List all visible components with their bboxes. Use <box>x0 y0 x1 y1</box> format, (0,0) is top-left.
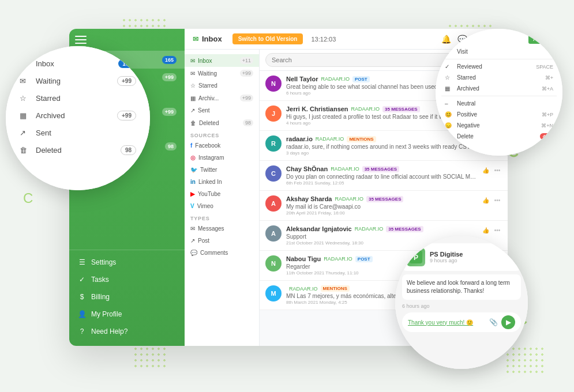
folder-item-inbox[interactable]: ✉ Inbox +11 <box>185 54 259 67</box>
msg-source-6: RADAAR.IO <box>355 226 384 232</box>
source-label-instagram: Instagram <box>198 154 224 161</box>
msg-source-2: RADAAR.IO <box>351 106 380 112</box>
msg-name-7: Nabou Tigu <box>286 255 321 262</box>
cl-badge-waiting: +99 <box>117 76 136 86</box>
msg-type-5: 35 MESSAGES <box>366 196 403 202</box>
actions-button[interactable]: Actions <box>528 35 557 44</box>
msg-text-4: Do you plan on connecting radaar to line… <box>286 174 477 180</box>
hamburger-icon[interactable] <box>75 36 87 44</box>
cl-item-deleted[interactable]: 🗑 Deleted 98 <box>17 141 138 159</box>
folder-label-inbox: Inbox <box>198 58 212 64</box>
chat-contact-info: PS Digitise 9 hours ago <box>430 251 463 263</box>
folder-item-archiv[interactable]: ▦ Archiv... +99 <box>185 92 259 104</box>
cr-item-visit[interactable]: ↗ Visit <box>441 46 557 57</box>
chat-send-button[interactable]: ▶ <box>501 315 515 329</box>
msg-header-3: radaar.io RADAAR.IO MENTIONS <box>286 135 477 142</box>
cl-badge-deleted: 98 <box>121 145 136 155</box>
folder-item-waiting[interactable]: ✉ Waiting +99 <box>185 67 259 80</box>
folder-count-deleted: 98 <box>243 119 253 126</box>
facebook-source-icon: f <box>190 142 192 149</box>
cl-item-waiting[interactable]: ✉ Waiting +99 <box>17 72 138 90</box>
cr-item-reviewed[interactable]: ✓ Reviewed SPACE <box>441 61 557 72</box>
msg-thumbs-up-5[interactable]: 👍 <box>481 195 490 205</box>
source-item-twitter[interactable]: 🐦 Twitter <box>185 164 259 176</box>
msg-header-4: Chay ShÖnan RADAAR.IO 35 MESSAGES <box>286 165 477 172</box>
sidebar-bottom-item-tasks[interactable]: ✓ Tasks <box>69 271 185 288</box>
source-item-vimeo[interactable]: V Vimeo <box>185 200 259 212</box>
cl-item-sent[interactable]: ↗ Sent <box>17 125 138 141</box>
cr-label-starred: Starred <box>457 74 545 81</box>
folder-item-deleted[interactable]: 🗑 Deleted 98 <box>185 116 259 129</box>
attach-icon[interactable]: 📎 <box>489 318 498 326</box>
post-type-icon: ↗ <box>190 238 195 244</box>
starred-cl-icon: ☆ <box>20 94 30 103</box>
source-item-instagram[interactable]: ◎ Instagram <box>185 152 259 164</box>
type-item-messages[interactable]: ✉ Messages <box>185 223 259 235</box>
sidebar-bottom-item-profile[interactable]: 👤 My Profile <box>69 306 185 323</box>
circle-right-items: ↗ Visit ✓ Reviewed SPACE ☆ Starred ⌘+ ▦ … <box>441 46 557 142</box>
type-item-comments[interactable]: 💬 Comments <box>185 247 259 259</box>
cr-item-archived[interactable]: ▦ Archived ⌘+A <box>441 83 557 94</box>
cl-label-sent: Sent <box>36 129 136 137</box>
msg-more-4[interactable]: ••• <box>493 165 502 175</box>
sidebar-bottom-item-settings[interactable]: ☰ Settings <box>69 254 185 271</box>
cr-item-neutral[interactable]: – Neutral <box>441 98 557 109</box>
msg-text-5: My mail id is Care@waapi.co <box>286 203 477 210</box>
decorative-dots-bl <box>133 346 167 369</box>
cr-label-neutral: Neutral <box>457 100 553 107</box>
msg-type-1: POST <box>352 76 370 82</box>
folder-item-sent[interactable]: ↗ Sent <box>185 104 259 116</box>
msg-more-6[interactable]: ••• <box>493 225 502 235</box>
cr-item-negative[interactable]: 😞 Negative ⌘+N <box>441 120 557 131</box>
title-text: Inbox <box>202 35 222 43</box>
sidebar-bottom: ☰ Settings ✓ Tasks $ Billing 👤 My Profil… <box>69 246 185 346</box>
cr-label-delete: Delete <box>457 133 540 140</box>
circle-right-overlay: Actions ↗ Visit ✓ Reviewed SPACE ☆ Starr… <box>436 29 562 156</box>
msg-thumbs-up-4[interactable]: 👍 <box>481 165 490 175</box>
cl-item-archived[interactable]: ▦ Archived +99 <box>17 107 138 125</box>
source-item-youtube[interactable]: ▶ YouTube <box>185 188 259 200</box>
cr-shortcut-positive: ⌘+P <box>542 112 553 118</box>
msg-thumbs-up-6[interactable]: 👍 <box>481 225 490 235</box>
msg-type-7: POST <box>355 256 373 262</box>
source-item-facebook[interactable]: f Facebook <box>185 140 259 152</box>
source-label-facebook: Facebook <box>195 142 220 149</box>
type-item-post[interactable]: ↗ Post <box>185 235 259 247</box>
sidebar-bottom-item-billing[interactable]: $ Billing <box>69 288 185 306</box>
profile-bottom-icon: 👤 <box>77 310 87 319</box>
comments-type-icon: 💬 <box>190 250 197 256</box>
msg-name-5: Akshay Sharda <box>286 195 332 202</box>
folder-item-starred[interactable]: ☆ Starred <box>185 80 259 92</box>
message-item-5[interactable]: A Akshay Sharda RADAAR.IO 35 MESSAGES My… <box>260 191 508 221</box>
cl-item-starred[interactable]: ☆ Starred <box>17 90 138 107</box>
switch-version-button[interactable]: Switch to Old Version <box>232 33 303 44</box>
msg-type-2: 35 MESSAGES <box>382 106 419 112</box>
avatar-6: A <box>265 225 282 242</box>
msg-content-4: Chay ShÖnan RADAAR.IO 35 MESSAGES Do you… <box>286 165 477 186</box>
inbox-cl-icon: ✉ <box>20 59 30 68</box>
msg-type-4: 35 MESSAGES <box>362 166 399 172</box>
circle-left-items: ✉ Inbox 165 ✉ Waiting +99 ☆ Starred ▦ Ar… <box>17 55 138 159</box>
msg-type-8: MENTIONS <box>321 285 350 292</box>
msg-header-6: Aleksandar Ignjatovic RADAAR.IO 35 MESSA… <box>286 225 477 232</box>
reviewed-cr-icon: ✓ <box>445 63 453 70</box>
sent-cl-icon: ↗ <box>20 129 30 137</box>
page-title: ✉ Inbox <box>193 35 222 43</box>
sidebar-bottom-label-tasks: Tasks <box>91 276 177 284</box>
notification-icon[interactable]: 🔔 <box>441 34 451 44</box>
folder-items: ✉ Inbox +11 ✉ Waiting +99 ☆ Starred ▦ Ar… <box>185 54 259 129</box>
msg-more-5[interactable]: ••• <box>493 195 502 205</box>
msg-type-6: 35 MESSAGES <box>386 226 423 232</box>
msg-name-1: Nell Taylor <box>286 76 318 82</box>
chat-input-text[interactable]: Thank you very much! 🙂 <box>408 319 486 326</box>
cr-item-positive[interactable]: 😊 Positive ⌘+P <box>441 109 557 120</box>
source-item-linkedin[interactable]: in Linked In <box>185 176 259 188</box>
messages-type-icon: ✉ <box>190 225 195 232</box>
cr-item-starred[interactable]: ☆ Starred ⌘+ <box>441 72 557 83</box>
sidebar-badge-archived: +99 <box>162 108 177 116</box>
source-items: f Facebook ◎ Instagram 🐦 Twitter in Link… <box>185 140 259 212</box>
message-item-4[interactable]: C Chay ShÖnan RADAAR.IO 35 MESSAGES Do y… <box>260 161 508 191</box>
sidebar-bottom-item-help[interactable]: ? Need Help? <box>69 323 185 340</box>
cr-item-delete[interactable]: 🗑 Delete 461 <box>441 131 557 142</box>
avatar-3: R <box>265 135 282 152</box>
